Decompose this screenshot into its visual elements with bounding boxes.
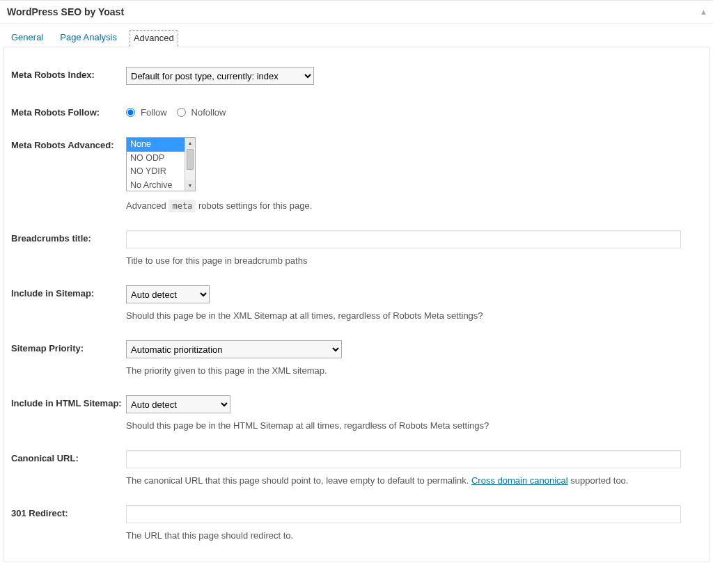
tab-bar: General Page Analysis Advanced <box>0 24 713 47</box>
tab-page-analysis[interactable]: Page Analysis <box>56 29 121 47</box>
help-breadcrumbs-title: Title to use for this page in breadcrumb… <box>126 255 681 266</box>
radio-nofollow-label[interactable]: Nofollow <box>191 107 226 118</box>
input-301-redirect[interactable] <box>126 505 681 523</box>
scroll-down-icon[interactable]: ▼ <box>185 180 195 191</box>
help-include-html-sitemap: Should this page be in the HTML Sitemap … <box>126 420 681 431</box>
row-sitemap-priority: Sitemap Priority: Automatic prioritizati… <box>11 328 702 383</box>
help-canonical-url: The canonical URL that this page should … <box>126 475 681 486</box>
help-meta-robots-advanced: Advanced meta robots settings for this p… <box>126 200 681 211</box>
row-canonical-url: Canonical URL: The canonical URL that th… <box>11 438 702 493</box>
row-meta-robots-index: Meta Robots Index: Default for post type… <box>11 54 702 92</box>
label-meta-robots-follow: Meta Robots Follow: <box>11 104 126 118</box>
radio-group-follow: Follow Nofollow <box>126 104 681 118</box>
label-301-redirect: 301 Redirect: <box>11 505 126 518</box>
label-include-sitemap: Include in Sitemap: <box>11 285 126 299</box>
select-include-html-sitemap[interactable]: Auto detect <box>126 395 230 413</box>
radio-follow-label[interactable]: Follow <box>141 107 167 118</box>
label-include-html-sitemap: Include in HTML Sitemap: <box>11 395 126 408</box>
scrollbar[interactable]: ▲ ▼ <box>185 138 195 191</box>
select-include-sitemap[interactable]: Auto detect <box>126 285 210 303</box>
row-breadcrumbs-title: Breadcrumbs title: Title to use for this… <box>11 218 702 273</box>
row-meta-robots-advanced: Meta Robots Advanced: None NO ODP NO YDI… <box>11 125 702 218</box>
label-meta-robots-advanced: Meta Robots Advanced: <box>11 137 126 150</box>
row-meta-robots-follow: Meta Robots Follow: Follow Nofollow <box>11 92 702 125</box>
scroll-up-icon[interactable]: ▲ <box>185 138 195 148</box>
tab-advanced[interactable]: Advanced <box>130 30 178 47</box>
multiselect-meta-robots-advanced[interactable]: None NO ODP NO YDIR No Archive ▲ ▼ <box>126 137 196 191</box>
row-301-redirect: 301 Redirect: The URL that this page sho… <box>11 493 702 548</box>
input-breadcrumbs-title[interactable] <box>126 230 681 248</box>
radio-nofollow[interactable] <box>177 108 186 117</box>
row-include-sitemap: Include in Sitemap: Auto detect Should t… <box>11 273 702 328</box>
radio-follow[interactable] <box>126 108 135 117</box>
label-canonical-url: Canonical URL: <box>11 450 126 463</box>
label-breadcrumbs-title: Breadcrumbs title: <box>11 230 126 244</box>
select-meta-robots-index[interactable]: Default for post type, currently: index <box>126 67 314 85</box>
label-meta-robots-index: Meta Robots Index: <box>11 67 126 80</box>
select-sitemap-priority[interactable]: Automatic prioritization <box>126 340 342 358</box>
metabox-toggle-icon[interactable]: ▲ <box>700 8 707 16</box>
row-include-html-sitemap: Include in HTML Sitemap: Auto detect Sho… <box>11 383 702 438</box>
scroll-thumb[interactable] <box>187 149 194 170</box>
help-include-sitemap: Should this page be in the XML Sitemap a… <box>126 310 681 321</box>
metabox-title: WordPress SEO by Yoast <box>7 6 706 17</box>
yoast-seo-metabox: WordPress SEO by Yoast ▲ General Page An… <box>0 0 713 562</box>
link-cross-domain-canonical[interactable]: Cross domain canonical <box>471 475 568 486</box>
label-sitemap-priority: Sitemap Priority: <box>11 340 126 353</box>
metabox-header: WordPress SEO by Yoast ▲ <box>0 1 713 24</box>
advanced-panel: Meta Robots Index: Default for post type… <box>3 47 710 562</box>
input-canonical-url[interactable] <box>126 450 681 468</box>
help-301-redirect: The URL that this page should redirect t… <box>126 530 681 541</box>
help-sitemap-priority: The priority given to this page in the X… <box>126 365 681 376</box>
tab-general[interactable]: General <box>7 29 47 47</box>
